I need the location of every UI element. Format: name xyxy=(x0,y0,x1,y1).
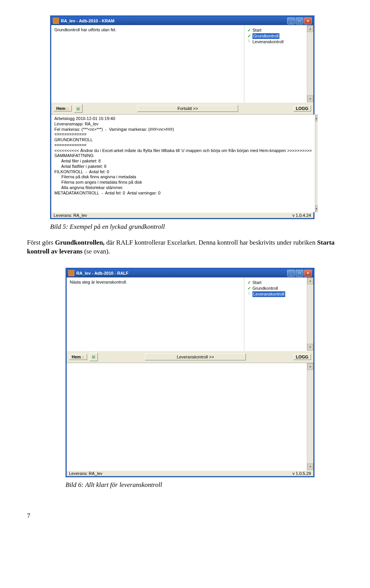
scroll-thumb[interactable] xyxy=(315,122,318,205)
scroll-up-icon[interactable]: ▴ xyxy=(307,25,313,32)
leveranskontroll-button[interactable]: Leveranskontroll >> xyxy=(145,353,246,360)
titlebar: RA_lev - Adb-2010 - KRAM _ □ × xyxy=(51,17,313,25)
status-right: v 1.0.5.29 xyxy=(293,471,311,476)
status-message: Nästa steg är leveranskontroll. xyxy=(70,280,127,284)
fortsatt-button[interactable]: Fortsätt >> xyxy=(137,105,238,112)
scroll-down-icon[interactable]: ▾ xyxy=(315,205,318,212)
home-icon: ⌂ xyxy=(82,355,84,359)
status-message: Grundkontroll har utförts utan fel. xyxy=(54,27,116,32)
minimize-button[interactable]: _ xyxy=(287,270,295,277)
scroll-down-icon[interactable]: ▾ xyxy=(307,95,313,102)
close-button[interactable]: × xyxy=(304,270,312,277)
hem-button[interactable]: Hem ⌂ xyxy=(69,354,87,360)
statusbar: Leverans: RA_lev v 1.0.5.29 xyxy=(67,470,313,476)
tree-item-leveranskontroll[interactable]: └Leveranskontroll xyxy=(247,39,305,45)
status-left: Leverans: RA_lev xyxy=(69,471,293,476)
toolbar: Hem ⌂ ▦ Fortsätt >> LOGG xyxy=(51,102,313,115)
window-title: RA_lev - Adb-2010 - KRAM xyxy=(61,19,287,23)
logg-button[interactable]: LOGG xyxy=(293,354,311,360)
tree-item-start[interactable]: ✓Start xyxy=(247,280,305,286)
message-panel: Nästa steg är leveranskontroll. xyxy=(67,277,244,351)
toolbar-icon-button[interactable]: ▦ xyxy=(74,104,82,113)
screenshot-2-window: RA_lev - Adb-2010 - RALF _ □ × Nästa ste… xyxy=(66,268,314,477)
scroll-thumb[interactable] xyxy=(307,32,313,95)
log-output xyxy=(67,363,307,470)
minimize-button[interactable]: _ xyxy=(287,17,295,24)
maximize-button[interactable]: □ xyxy=(296,270,303,277)
scroll-up-icon[interactable]: ▴ xyxy=(315,115,318,122)
tree-item-grundkontroll[interactable]: ✓Grundkontroll xyxy=(247,33,305,39)
grid-icon: ▦ xyxy=(92,355,95,359)
tree-item-start[interactable]: ✓Start xyxy=(247,27,305,33)
message-panel: Grundkontroll har utförts utan fel. xyxy=(51,25,244,102)
logg-button[interactable]: LOGG xyxy=(293,105,311,112)
maximize-button[interactable]: □ xyxy=(296,17,303,24)
toolbar-icon-button[interactable]: ▦ xyxy=(89,353,98,361)
caption-bild-5: Bild 5: Exempel på en lyckad grundkontro… xyxy=(50,223,335,231)
tree-item-grundkontroll[interactable]: ✓Grundkontroll xyxy=(247,286,305,291)
window-title: RA_lev - Adb-2010 - RALF xyxy=(76,271,287,275)
page-number: 7 xyxy=(27,512,335,520)
titlebar: RA_lev - Adb-2010 - RALF _ □ × xyxy=(67,269,313,277)
statusbar: Leverans: RA_lev v 1.0.4.24 xyxy=(51,212,313,218)
app-icon xyxy=(68,270,74,276)
scroll-thumb[interactable] xyxy=(307,284,313,344)
status-left: Leverans: RA_lev xyxy=(54,213,293,218)
grid-icon: ▦ xyxy=(76,106,80,111)
app-icon xyxy=(53,18,59,24)
close-button[interactable]: × xyxy=(304,17,312,24)
screenshot-1-window: RA_lev - Adb-2010 - KRAM _ □ × Grundkont… xyxy=(50,15,314,219)
log-output: Arbetslogg 2010-12-01 15:19:40 Leveransm… xyxy=(51,115,315,212)
scrollbar[interactable]: ▴ ▾ xyxy=(307,25,313,102)
body-paragraph: Först görs Grundkontrollen, där RALF kon… xyxy=(27,238,335,256)
tree-item-leveranskontroll[interactable]: └Leveranskontroll xyxy=(247,291,305,297)
scrollbar[interactable]: ▴ ▾ xyxy=(307,277,313,351)
tree-panel: ✓Start ✓Grundkontroll └Leveranskontroll xyxy=(244,25,307,102)
status-right: v 1.0.4.24 xyxy=(293,213,311,218)
scroll-down-icon[interactable]: ▾ xyxy=(307,344,313,351)
log-scrollbar[interactable]: ▴ ▾ xyxy=(315,115,318,212)
scroll-up-icon[interactable]: ▴ xyxy=(307,363,313,370)
log-scrollbar[interactable]: ▴ ▾ xyxy=(307,363,313,470)
toolbar: Hem ⌂ ▦ Leveranskontroll >> LOGG xyxy=(67,351,313,363)
scroll-down-icon[interactable]: ▾ xyxy=(307,463,313,470)
scroll-thumb[interactable] xyxy=(307,370,313,463)
caption-bild-6: Bild 6: Allt klart för leveranskontroll xyxy=(66,481,335,489)
scroll-up-icon[interactable]: ▴ xyxy=(307,277,313,284)
hem-button[interactable]: Hem ⌂ xyxy=(54,105,72,112)
tree-panel: ✓Start ✓Grundkontroll └Leveranskontroll xyxy=(244,277,307,351)
home-icon: ⌂ xyxy=(66,106,69,111)
